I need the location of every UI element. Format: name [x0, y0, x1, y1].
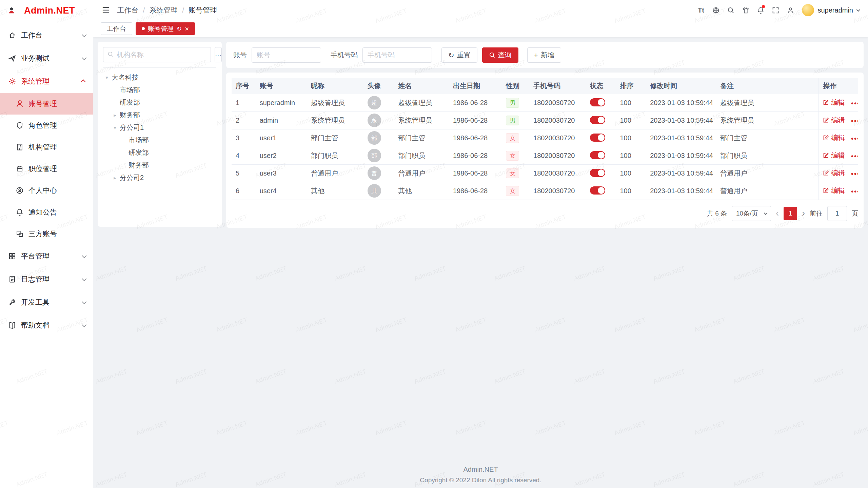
breadcrumb-separator: /	[143, 6, 145, 14]
tab-workbench[interactable]: 工作台	[101, 22, 132, 35]
sidebar-item-label: 业务测试	[21, 54, 82, 63]
more-actions-icon[interactable]: •••	[851, 170, 858, 178]
sidebar-item-help-docs[interactable]: 帮助文档	[0, 314, 93, 337]
sidebar-item-position-mgmt[interactable]: 职位管理	[0, 158, 93, 180]
cell-nickname: 其他	[307, 182, 363, 200]
prev-page-button[interactable]: ‹	[776, 209, 779, 218]
status-toggle[interactable]	[590, 98, 605, 106]
account-input[interactable]	[252, 47, 321, 63]
add-button[interactable]: + 新增	[527, 47, 561, 63]
hamburger-menu-icon[interactable]: ☰	[102, 6, 110, 15]
goto-label: 前往	[810, 209, 823, 218]
more-actions-icon[interactable]: •••	[851, 188, 858, 195]
next-page-button[interactable]: ›	[802, 209, 805, 218]
org-search-input[interactable]	[117, 51, 206, 59]
breadcrumb-item[interactable]: 工作台	[117, 5, 138, 15]
cell-avatar: 系	[363, 111, 394, 129]
bell-icon[interactable]	[753, 3, 768, 18]
cell-nickname: 超级管理员	[307, 94, 363, 111]
cell-modified: 2023-01-03 10:59:44	[646, 94, 716, 111]
breadcrumb-item-current: 账号管理	[189, 5, 217, 15]
tree-node[interactable]: ▸分公司2	[103, 171, 216, 184]
theme-icon[interactable]	[738, 3, 753, 18]
tab-account-mgmt[interactable]: 账号管理 ↻ ×	[136, 22, 195, 35]
caret-right-icon[interactable]: ▸	[112, 112, 118, 118]
tree-node[interactable]: 研发部	[103, 146, 216, 159]
sidebar-item-business-test[interactable]: 业务测试	[0, 47, 93, 70]
cell-modified: 2023-01-03 10:59:44	[646, 111, 716, 129]
more-actions-icon[interactable]: •••	[851, 135, 858, 142]
caret-down-icon[interactable]: ▾	[112, 125, 118, 131]
username[interactable]: superadmin	[817, 6, 853, 14]
avatar: 部	[368, 131, 381, 145]
status-toggle[interactable]	[590, 151, 605, 159]
user-outline-icon[interactable]	[783, 3, 798, 18]
tree-node[interactable]: 财务部	[103, 159, 216, 171]
goto-page-input[interactable]	[827, 206, 847, 221]
edit-button[interactable]: 编辑	[823, 186, 845, 195]
reset-button[interactable]: ↻ 重置	[441, 47, 477, 63]
status-toggle[interactable]	[590, 186, 605, 195]
more-options-button[interactable]: ···	[215, 47, 222, 62]
sidebar-item-third-party-account[interactable]: 三方账号	[0, 223, 93, 245]
edit-button[interactable]: 编辑	[823, 151, 845, 160]
edit-label: 编辑	[831, 133, 845, 142]
phone-input[interactable]	[362, 47, 432, 63]
sidebar-item-label: 账号管理	[28, 99, 85, 108]
search-icon[interactable]	[723, 3, 738, 18]
sidebar-item-notice[interactable]: 通知公告	[0, 201, 93, 223]
refresh-icon[interactable]: ↻	[177, 26, 182, 32]
status-toggle[interactable]	[590, 169, 605, 177]
refresh-icon: ↻	[448, 52, 454, 59]
tree-node[interactable]: 市场部	[103, 84, 216, 96]
tree-node[interactable]: 市场部	[103, 134, 216, 146]
sidebar-item-label: 三方账号	[28, 229, 85, 239]
page-number-current[interactable]: 1	[784, 207, 797, 220]
fullscreen-icon[interactable]	[768, 3, 783, 18]
sidebar-item-role-mgmt[interactable]: 角色管理	[0, 115, 93, 136]
font-size-icon[interactable]: Tt	[693, 3, 708, 18]
caret-right-icon[interactable]: ▸	[112, 175, 118, 181]
sidebar-item-dev-tools[interactable]: 开发工具	[0, 291, 93, 314]
more-actions-icon[interactable]: •••	[851, 117, 858, 125]
tree-node[interactable]: 研发部	[103, 96, 216, 109]
tree-node[interactable]: ▸财务部	[103, 109, 216, 121]
sidebar-item-system-mgmt[interactable]: 系统管理	[0, 70, 93, 93]
user-avatar[interactable]	[802, 4, 814, 16]
table-row: 6 user4 其他 其 其他 1986-06-28 女 18020030720…	[232, 182, 858, 200]
breadcrumb-item[interactable]: 系统管理	[149, 5, 178, 15]
page-size-select[interactable]: 10条/页	[732, 206, 771, 221]
tree-node[interactable]: ▾大名科技	[103, 71, 216, 84]
language-globe-icon[interactable]	[708, 3, 723, 18]
org-search-box[interactable]	[103, 47, 211, 62]
caret-down-icon[interactable]: ▾	[104, 75, 110, 81]
cell-account: admin	[256, 111, 307, 129]
more-actions-icon[interactable]: •••	[851, 100, 858, 107]
chevron-down-icon	[82, 323, 86, 327]
sidebar-item-platform-mgmt[interactable]: 平台管理	[0, 245, 93, 268]
close-icon[interactable]: ×	[185, 25, 189, 32]
sidebar-item-profile-center[interactable]: 个人中心	[0, 180, 93, 201]
content-area: ··· ▾大名科技 市场部 研发部 ▸财务部 ▾分公司1 市场部 研发部 财务部…	[93, 37, 868, 488]
edit-button[interactable]: 编辑	[823, 98, 845, 107]
tree-node[interactable]: ▾分公司1	[103, 121, 216, 134]
sidebar-item-log-mgmt[interactable]: 日志管理	[0, 268, 93, 291]
org-tree-header: ···	[103, 47, 216, 68]
edit-label: 编辑	[831, 98, 845, 107]
status-toggle[interactable]	[590, 116, 605, 124]
search-icon	[107, 51, 114, 59]
sidebar-item-org-mgmt[interactable]: 机构管理	[0, 136, 93, 158]
logo[interactable]: Admin.NET	[0, 0, 93, 21]
col-header: 昵称	[307, 78, 363, 94]
search-button[interactable]: 查询	[482, 47, 518, 63]
status-toggle[interactable]	[590, 134, 605, 142]
edit-button[interactable]: 编辑	[823, 116, 845, 125]
edit-button[interactable]: 编辑	[823, 168, 845, 178]
more-actions-icon[interactable]: •••	[851, 152, 858, 160]
book-icon	[7, 321, 17, 329]
sidebar-item-workbench[interactable]: 工作台	[0, 24, 93, 47]
edit-button[interactable]: 编辑	[823, 133, 845, 142]
cell-modified: 2023-01-03 10:59:44	[646, 182, 716, 200]
sidebar-item-account-mgmt[interactable]: 账号管理	[0, 93, 93, 115]
breadcrumb: 工作台 / 系统管理 / 账号管理	[117, 5, 217, 15]
